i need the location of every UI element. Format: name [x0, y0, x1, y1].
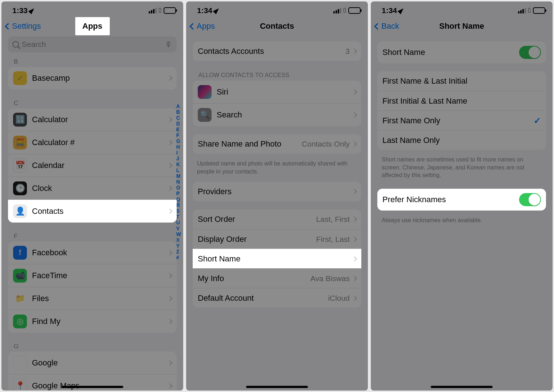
- chevron-right-icon: [352, 189, 357, 194]
- calendar-icon: 📅: [13, 159, 27, 172]
- app-row-contacts[interactable]: 👤 Contacts: [8, 200, 177, 223]
- location-icon: [398, 7, 405, 14]
- app-row-calculator-hash[interactable]: 🧮 Calculator #: [8, 131, 177, 154]
- nav-header: Settings Apps: [1, 17, 183, 35]
- app-row-facetime[interactable]: 📹 FaceTime: [8, 264, 177, 287]
- googlemaps-icon: 📍: [13, 379, 27, 391]
- section-header-b: B: [1, 56, 183, 67]
- app-row-google[interactable]: G Google: [8, 352, 177, 374]
- clock-icon: 🕑: [13, 181, 27, 195]
- signal-icon: [149, 8, 157, 13]
- status-bar: 1:33 􀙇 65: [1, 1, 183, 17]
- row-label: Siri: [217, 87, 353, 97]
- chevron-right-icon: [167, 273, 172, 278]
- app-row-calculator[interactable]: 🔢 Calculator: [8, 108, 177, 131]
- row-label: Facebook: [32, 248, 168, 257]
- home-indicator[interactable]: [431, 386, 493, 388]
- chevron-right-icon: [352, 296, 357, 301]
- alphabet-index[interactable]: ABCDEFGHIJKLMNOPQRSTUVWXYZ#: [176, 103, 181, 260]
- basecamp-icon: ⟋: [13, 71, 27, 85]
- app-row-facebook[interactable]: f Facebook: [8, 241, 177, 264]
- files-icon: 📁: [13, 292, 27, 305]
- row-label: Google: [32, 358, 168, 368]
- options-footer: Short names are sometimes used to fit mo…: [371, 153, 553, 182]
- search-icon: [12, 41, 19, 48]
- row-default-account[interactable]: Default Account iCloud: [193, 288, 361, 308]
- home-indicator[interactable]: [61, 386, 123, 388]
- chevron-right-icon: [352, 89, 357, 95]
- chevron-right-icon: [352, 217, 357, 222]
- app-row-calendar[interactable]: 📅 Calendar: [8, 154, 177, 177]
- wifi-icon: 􀙇: [159, 7, 161, 15]
- row-label: Calculator: [32, 115, 168, 124]
- row-shortname-toggle[interactable]: Short Name: [377, 41, 546, 63]
- chevron-right-icon: [167, 163, 172, 168]
- shortname-toggle[interactable]: [519, 46, 541, 59]
- chevron-right-icon: [352, 256, 357, 261]
- option-3[interactable]: Last Name Only: [377, 130, 546, 150]
- row-sort-order[interactable]: Sort Order Last, First: [193, 209, 361, 229]
- battery-icon: 64: [533, 7, 545, 14]
- row-contacts-accounts[interactable]: Contacts Accounts 3: [193, 41, 361, 61]
- search-input[interactable]: Search 🎙: [8, 36, 177, 52]
- chevron-right-icon: [352, 237, 357, 242]
- row-detail: Last, First: [316, 215, 350, 224]
- status-time: 1:34: [197, 6, 212, 15]
- row-short-name[interactable]: Short Name: [193, 249, 361, 268]
- page-title: Short Name: [371, 21, 553, 31]
- row-detail: Contacts Only: [302, 140, 350, 148]
- battery-icon: 65: [164, 7, 176, 14]
- app-row-basecamp[interactable]: ⟋ Basecamp: [8, 67, 177, 89]
- row-label: Providers: [198, 187, 353, 196]
- mic-icon[interactable]: 🎙: [165, 40, 172, 49]
- facetime-icon: 📹: [13, 269, 27, 283]
- app-row-findmy[interactable]: ◎ Find My: [8, 310, 177, 333]
- row-providers[interactable]: Providers: [193, 182, 361, 201]
- row-my-info[interactable]: My Info Ava Biswas: [193, 268, 361, 288]
- status-time: 1:33: [12, 6, 28, 15]
- home-indicator[interactable]: [246, 386, 308, 388]
- app-row-clock[interactable]: 🕑 Clock: [8, 177, 177, 200]
- page-title: Apps: [75, 17, 110, 35]
- row-display-order[interactable]: Display Order First, Last: [193, 229, 361, 249]
- row-label: Basecamp: [32, 73, 168, 83]
- status-bar: 1:34 􀙇 65: [186, 1, 368, 17]
- app-row-googlemaps[interactable]: 📍 Google Maps: [8, 374, 177, 391]
- chevron-right-icon: [167, 360, 172, 365]
- row-label: Clock: [32, 184, 168, 193]
- search-app-icon: 🔍: [198, 108, 212, 122]
- wifi-icon: 􀙇: [528, 7, 531, 15]
- row-label: Short Name: [198, 254, 353, 264]
- section-header-c: C: [1, 97, 183, 108]
- nav-header: Back Short Name: [371, 17, 553, 35]
- app-row-files[interactable]: 📁 Files: [8, 287, 177, 310]
- facebook-icon: f: [13, 246, 27, 260]
- row-label: Find My: [32, 317, 168, 326]
- prefer-nicknames-toggle[interactable]: [519, 193, 541, 206]
- chevron-right-icon: [167, 319, 172, 324]
- row-prefer-nicknames[interactable]: Prefer Nicknames: [377, 189, 546, 211]
- row-detail: First, Last: [316, 235, 350, 244]
- section-header-allow: ALLOW CONTACTS TO ACCESS: [186, 69, 368, 81]
- chevron-right-icon: [352, 112, 357, 117]
- row-label: My Info: [198, 274, 310, 283]
- row-siri[interactable]: Siri: [193, 81, 361, 103]
- option-0[interactable]: First Name & Last Initial: [377, 71, 546, 91]
- chevron-right-icon: [352, 276, 357, 281]
- option-label: First Initial & Last Name: [382, 96, 541, 106]
- option-label: First Name & Last Initial: [382, 76, 541, 86]
- row-share-name-photo[interactable]: Share Name and Photo Contacts Only: [193, 134, 361, 154]
- chevron-right-icon: [167, 250, 172, 255]
- chevron-right-icon: [352, 141, 357, 147]
- row-label: Default Account: [198, 293, 328, 303]
- section-header-g: G: [1, 341, 183, 352]
- row-search[interactable]: 🔍 Search: [193, 103, 361, 126]
- row-label: FaceTime: [32, 271, 168, 280]
- nav-header: Apps Contacts: [186, 17, 368, 35]
- chevron-right-icon: [167, 296, 172, 301]
- option-1[interactable]: First Initial & Last Name: [377, 91, 546, 111]
- status-time: 1:34: [382, 6, 397, 15]
- option-2[interactable]: First Name Only✓: [377, 111, 546, 130]
- row-label: Sort Order: [198, 215, 316, 224]
- battery-icon: 65: [348, 7, 361, 14]
